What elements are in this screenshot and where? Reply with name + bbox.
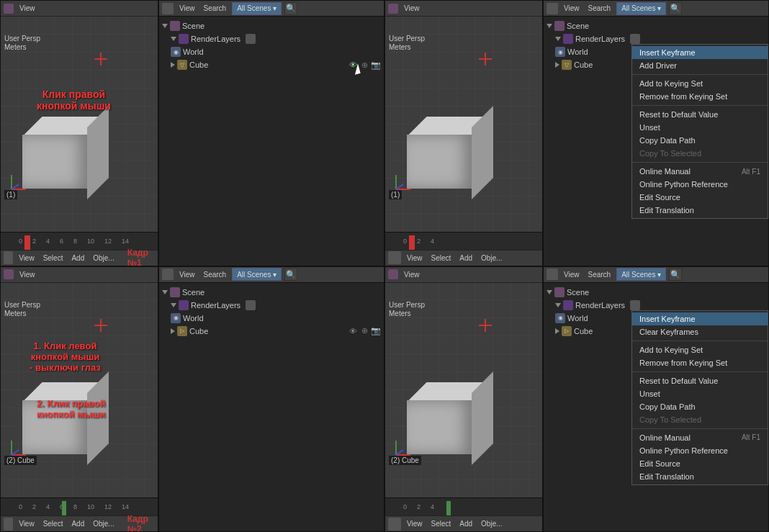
ctx1-sep1 [632, 74, 768, 75]
tree-scene-bl[interactable]: Scene [162, 286, 381, 299]
tree-scene-tl[interactable]: Scene [162, 19, 381, 32]
render-restrict-tl[interactable]: 📷 [371, 60, 381, 70]
view-btn-tl[interactable]: View [17, 4, 38, 13]
ctx2-clear-keyframes[interactable]: Clear Keyframes [632, 325, 768, 338]
main-grid: View User Persp Meters Клик [0, 0, 769, 532]
bottom-toolbar-bl: View Select Add Obje... Кадр №2 [1, 515, 158, 531]
ctx2-edit-translation[interactable]: Edit Translation [632, 470, 768, 483]
outliner-icon-tl [162, 3, 174, 14]
view-btn-ol-tr[interactable]: View [561, 4, 583, 13]
cube-br [407, 400, 472, 454]
ctx2-copy-data-path[interactable]: Copy Data Path [632, 400, 768, 413]
search-icon-br[interactable]: 🔍 [669, 268, 682, 281]
ctx2-add-keying[interactable]: Add to Keying Set [632, 343, 768, 356]
select-bl[interactable]: Select [40, 519, 66, 528]
panel-bottom-right: View User Persp Meters [384, 266, 769, 533]
ctx2-insert-keyframe[interactable]: Insert Keyframe [632, 312, 768, 325]
render-restrict-bl[interactable]: 📷 [371, 326, 381, 336]
t4: 4 [46, 238, 50, 245]
ctx2-remove-keying[interactable]: Remove from Keying Set [632, 356, 768, 369]
view-btn-ol-br[interactable]: View [561, 270, 583, 279]
object-tl[interactable]: Obje... [90, 253, 117, 263]
add-br[interactable]: Add [457, 519, 475, 528]
cursor-restrict-bl[interactable]: ⊕ [359, 326, 369, 336]
arrow-cube-bl [171, 328, 175, 334]
select-tr[interactable]: Select [428, 253, 454, 263]
view-btn-tr[interactable]: View [401, 4, 423, 13]
add-tr[interactable]: Add [457, 253, 475, 263]
annotation-tl: Клик правойкнопкой мыши [37, 89, 111, 112]
icon-tl [4, 251, 13, 264]
search-icon-tr[interactable]: 🔍 [669, 2, 682, 15]
search-icon-tl[interactable]: 🔍 [284, 2, 297, 15]
search-btn-ol-tl[interactable]: Search [201, 4, 230, 13]
t8: 8 [73, 238, 77, 245]
viewport-3d-tr: User Persp Meters (1) [385, 17, 542, 232]
view-tr[interactable]: View [404, 253, 426, 263]
tree-renderlayers-bl[interactable]: RenderLayers [162, 299, 381, 312]
view-br[interactable]: View [404, 519, 426, 528]
ctx2-online-python[interactable]: Online Python Reference [632, 444, 768, 457]
viewport-3d-br: User Persp Meters (2) Cube [385, 283, 542, 498]
outliner-icon-bl [162, 269, 174, 280]
meters-tr: Meters [389, 43, 411, 51]
select-br[interactable]: Select [428, 519, 454, 528]
ctx1-edit-translation[interactable]: Edit Translation [632, 204, 768, 217]
view-btn-ol-bl[interactable]: View [176, 270, 198, 279]
eye-restrict-bl[interactable]: 👁 [348, 326, 358, 336]
ctx1-remove-keying[interactable]: Remove from Keying Set [632, 90, 768, 103]
panel-top-left: View User Persp Meters Клик [0, 0, 384, 266]
ctx1-add-driver[interactable]: Add Driver [632, 59, 768, 72]
scene-icon-tr [554, 21, 565, 31]
add-tl[interactable]: Add [68, 253, 87, 263]
cursor-restrict-tl[interactable]: ⊕ [359, 60, 369, 70]
search-btn-ol-bl[interactable]: Search [201, 270, 230, 279]
tree-scene-tr[interactable]: Scene [547, 19, 765, 32]
ctx2-edit-source[interactable]: Edit Source [632, 457, 768, 470]
tree-renderlayers-tl[interactable]: RenderLayers [162, 32, 381, 45]
obj-bl[interactable]: Obje... [90, 519, 117, 528]
view-bl[interactable]: View [16, 519, 37, 528]
ctx1-insert-keyframe[interactable]: Insert Keyframe [632, 46, 768, 59]
ctx1-online-manual[interactable]: Online Manual Alt F1 [632, 165, 768, 178]
obj-br[interactable]: Obje... [478, 519, 505, 528]
arrow-scene-tr [547, 24, 552, 28]
add-bl[interactable]: Add [68, 519, 87, 528]
ctx1-reset-default[interactable]: Reset to Default Value [632, 108, 768, 121]
all-scenes-bl[interactable]: All Scenes ▾ [232, 268, 282, 281]
view-btn-br[interactable]: View [401, 270, 423, 279]
ctx1-edit-source[interactable]: Edit Source [632, 191, 768, 204]
ctx1-add-keying[interactable]: Add to Keying Set [632, 77, 768, 90]
timeline-green-bl [62, 501, 66, 515]
ctx2-online-manual[interactable]: Online Manual Alt F1 [632, 431, 768, 444]
ctx1-online-python[interactable]: Online Python Reference [632, 178, 768, 191]
ctx1-copy-data-path[interactable]: Copy Data Path [632, 134, 768, 147]
all-scenes-br[interactable]: All Scenes ▾ [616, 268, 666, 281]
all-scenes-tl[interactable]: All Scenes ▾ [232, 2, 282, 15]
viewport-icon-br [388, 269, 398, 279]
timeline-green-br [446, 501, 451, 515]
tree-world-tl[interactable]: ◉ World [162, 45, 381, 58]
search-btn-ol-br[interactable]: Search [585, 270, 614, 279]
tree-cube-tl[interactable]: ▽ Cube 👁 ⊕ 📷 [162, 58, 381, 71]
view-btn-ol-tl[interactable]: View [176, 4, 198, 13]
tree-cube-bl[interactable]: ▷ Cube 👁 ⊕ 📷 [162, 325, 381, 338]
ctx2-unset[interactable]: Unset [632, 387, 768, 400]
tree-scene-br[interactable]: Scene [547, 286, 765, 299]
ctx1-unset[interactable]: Unset [632, 121, 768, 134]
outliner-top-right: View Search All Scenes ▾ 🔍 Scene [544, 1, 768, 266]
search-icon-bl[interactable]: 🔍 [284, 268, 297, 281]
annotation-bl-2: 2. Клик правойкнопкой мыши [37, 398, 106, 420]
ctx2-reset-default[interactable]: Reset to Default Value [632, 374, 768, 387]
view-btn-bl[interactable]: View [17, 270, 38, 279]
ctx1-copy-to-selected: Copy To Selected [632, 147, 768, 160]
kader-tl: Кадр №1 [127, 248, 155, 266]
select-tl[interactable]: Select [40, 253, 66, 263]
tree-world-bl[interactable]: ◉ World [162, 312, 381, 325]
view-tl[interactable]: View [16, 253, 37, 263]
search-btn-ol-tr[interactable]: Search [585, 4, 614, 13]
obj-tr[interactable]: Obje... [478, 253, 505, 263]
all-scenes-tr[interactable]: All Scenes ▾ [616, 2, 666, 15]
cube-tr [407, 135, 472, 189]
viewport-header-bl: View [1, 267, 158, 283]
